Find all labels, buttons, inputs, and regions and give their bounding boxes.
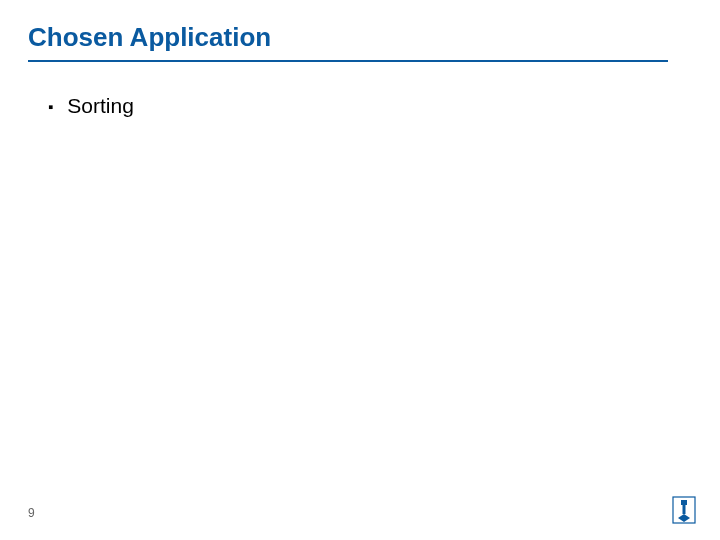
bullet-marker-icon: ▪ — [48, 99, 53, 114]
institution-logo-icon — [672, 496, 696, 524]
bullet-item: ▪ Sorting — [48, 94, 134, 118]
svg-rect-1 — [681, 500, 687, 505]
slide-title: Chosen Application — [28, 22, 271, 53]
svg-rect-2 — [683, 505, 686, 514]
page-number: 9 — [28, 506, 35, 520]
bullet-text: Sorting — [67, 94, 134, 118]
slide: Chosen Application ▪ Sorting 9 — [0, 0, 720, 540]
title-underline — [28, 60, 668, 62]
